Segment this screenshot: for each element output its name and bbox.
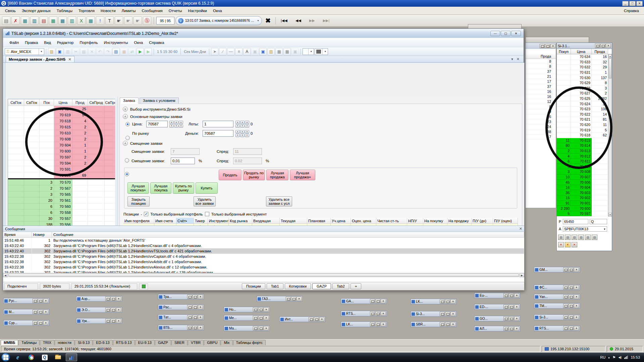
window-close-button[interactable]: ✕ xyxy=(198,305,203,309)
book-cell[interactable] xyxy=(88,136,105,142)
si-col-header-2[interactable]: Прода xyxy=(592,49,608,54)
si-price-cell[interactable]: 70 620 xyxy=(571,122,592,128)
save-layout-icon[interactable]: ▣ xyxy=(251,48,259,55)
book-cell[interactable] xyxy=(24,197,40,203)
minimized-window[interactable]: Si-3...✕ xyxy=(411,311,457,317)
notification-dropdown-icon[interactable]: ▼ xyxy=(257,19,259,22)
price-spinner[interactable]: ▲▲▲▼▼▼ xyxy=(169,121,183,128)
save-icon[interactable]: ▣ xyxy=(56,48,63,55)
book-cell[interactable] xyxy=(8,216,24,222)
quik-tab-3[interactable]: новости xyxy=(55,340,74,345)
si-ask-row[interactable]: 70 6311 xyxy=(557,70,612,75)
si-price-cell[interactable]: 70 597 xyxy=(571,211,592,217)
messages-col-header-2[interactable]: Сообщение xyxy=(52,232,524,237)
lots-input[interactable]: 1 xyxy=(203,121,233,127)
minimized-window[interactable]: GA...✕ xyxy=(341,298,387,304)
si-cancel-all-button[interactable]: ✕ xyxy=(572,242,577,247)
messages-col-header-0[interactable]: Время xyxy=(3,232,32,237)
replace-order-hand-icon[interactable]: ☛ xyxy=(133,16,142,25)
book-cell[interactable] xyxy=(24,216,40,222)
si-price-cell[interactable]: 70 601 xyxy=(571,201,592,206)
minimized-window[interactable]: Аэр...✕ xyxy=(76,296,122,302)
window-restore-button[interactable] xyxy=(563,295,568,299)
book-cell[interactable] xyxy=(88,130,105,136)
book-col-header-5[interactable]: СвПрод xyxy=(88,99,105,106)
book-bid-row[interactable]: 2070 561 xyxy=(8,197,117,203)
spin-up-icon[interactable]: ▲ xyxy=(174,121,178,124)
offset-percent-input[interactable]: 0,01 xyxy=(171,158,195,164)
window-maximize-button[interactable] xyxy=(111,319,116,323)
connection-combo[interactable]: ⚿ Alor_MICEX▼ xyxy=(5,48,44,55)
window-maximize-button[interactable] xyxy=(375,322,380,326)
ask-price-cell[interactable]: 70 604 xyxy=(54,142,72,148)
si-scroll-thumb[interactable] xyxy=(609,58,611,78)
quik-tab-7[interactable]: EU-9.13 xyxy=(135,340,155,345)
spin-down-icon[interactable]: ▼ xyxy=(240,124,245,128)
taskbar-tslab-icon[interactable] xyxy=(66,353,77,361)
window-restore-button[interactable] xyxy=(105,308,110,312)
quik-tab-4[interactable]: SI-9.13 xyxy=(75,340,93,345)
open-layout-icon[interactable]: ▨ xyxy=(267,48,275,55)
book-cell[interactable] xyxy=(88,106,105,112)
positions-header-14[interactable]: На продажу xyxy=(447,218,472,224)
window-close-button[interactable]: ✕ xyxy=(381,311,386,316)
window-close-button[interactable]: ✕ xyxy=(43,321,48,325)
quik-menu-item-2[interactable]: Таблицы xyxy=(54,8,75,14)
money-input[interactable]: 70587 xyxy=(203,130,233,137)
spin-down-icon[interactable]: ▼ xyxy=(235,134,240,137)
si-price-cell[interactable]: 70 634 xyxy=(571,54,592,60)
tslab-menu-item-6[interactable]: Окна xyxy=(131,40,146,46)
minimized-window[interactable]: Ма...✕ xyxy=(224,325,270,331)
style-combo[interactable]: ▼ xyxy=(303,48,314,55)
book-cell[interactable] xyxy=(8,191,24,197)
si-bid-row[interactable]: 1170 615 xyxy=(557,138,612,143)
taskbar-chrome-icon[interactable] xyxy=(25,353,37,361)
si-price-cell[interactable]: 70 614 xyxy=(571,143,592,148)
window-maximize-button[interactable] xyxy=(111,297,116,301)
ask-price-cell[interactable]: 70 615 xyxy=(54,124,72,130)
window-close-button[interactable]: ✕ xyxy=(43,299,48,303)
window-restore-button[interactable] xyxy=(503,305,508,309)
window-maximize-button[interactable] xyxy=(569,295,574,299)
bid-qty-cell[interactable]: 3 xyxy=(40,191,54,197)
price-radio[interactable] xyxy=(125,122,130,126)
book-cell[interactable] xyxy=(24,191,40,197)
minimized-window[interactable]: Инт...✕ xyxy=(279,316,325,322)
money-spinner[interactable]: ▲▲▲▼▼▼ xyxy=(235,130,249,137)
si-ask-row[interactable]: 70 6298 xyxy=(557,80,612,86)
si-price-cell[interactable]: 70 603 xyxy=(571,190,592,195)
si-bid-row[interactable]: 4570 606 xyxy=(557,180,612,185)
ask-qty-cell[interactable]: 2 xyxy=(72,130,88,136)
window-restore-button[interactable] xyxy=(187,295,192,299)
save-all-icon[interactable]: ▣ xyxy=(259,48,267,55)
positions-header-5[interactable]: Код рынка xyxy=(229,218,252,224)
quik-tab-11[interactable]: GBPU xyxy=(204,340,220,345)
window-restore-button[interactable] xyxy=(33,321,38,325)
si-price-cell[interactable]: 70 631 xyxy=(571,70,592,75)
script-page-icon[interactable]: ▤ xyxy=(112,48,120,55)
si-scrollbar[interactable]: ▲ ▼ xyxy=(608,54,612,217)
message-row[interactable]: 15:43:22.38302Загружена dll 'C:\Program … xyxy=(3,264,524,270)
nav-last-button[interactable]: ▶▶| xyxy=(320,17,332,24)
window-maximize-button[interactable] xyxy=(569,285,574,290)
window-restore-button[interactable] xyxy=(370,311,375,316)
window-maximize-button[interactable] xyxy=(193,305,198,309)
window-close-button[interactable]: ✕ xyxy=(514,305,519,309)
strip-restore-button[interactable] xyxy=(540,44,545,48)
spin-down-icon[interactable]: ▼ xyxy=(169,124,174,128)
si-ask-row[interactable]: 70 63416 xyxy=(557,54,612,60)
messages-close-icon[interactable]: ✕ xyxy=(519,227,522,231)
minimized-window[interactable]: Рус...✕ xyxy=(3,298,49,304)
si-ask-row[interactable]: 70 62214 xyxy=(557,112,612,117)
window-close-button[interactable]: ✕ xyxy=(450,312,455,316)
book-cell[interactable] xyxy=(88,118,105,124)
book-ask-row[interactable]: 70 58169 xyxy=(8,172,117,178)
bid-price-cell[interactable]: 70 561 xyxy=(54,197,72,203)
si-price-cell[interactable]: 70 613 xyxy=(571,148,592,154)
book-cell[interactable] xyxy=(8,197,24,203)
si-price-cell[interactable]: 70 625 xyxy=(571,96,592,102)
window-close-button[interactable]: ✕ xyxy=(319,317,324,321)
orders-table-icon[interactable]: ▦ xyxy=(58,16,67,25)
ask-price-cell[interactable]: 70 618 xyxy=(54,118,72,124)
window-restore-button[interactable] xyxy=(187,325,192,330)
